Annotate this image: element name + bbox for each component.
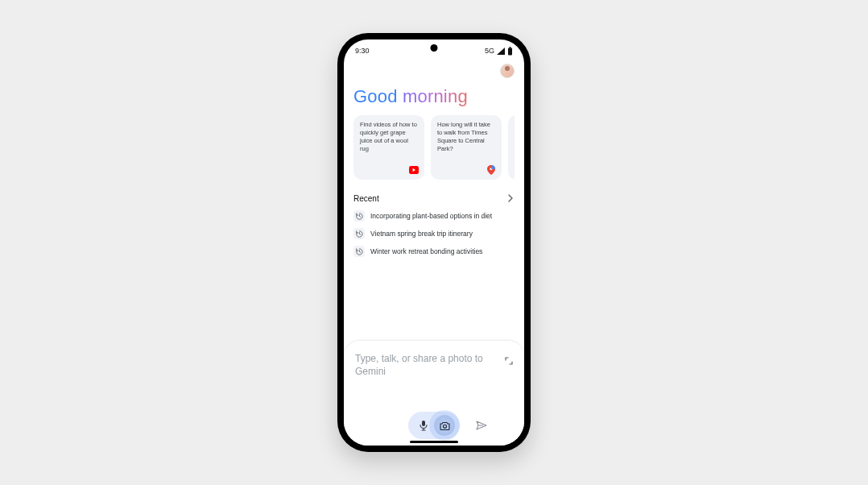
youtube-icon bbox=[409, 165, 419, 175]
status-network: 5G bbox=[485, 47, 494, 55]
chevron-right-icon bbox=[506, 191, 515, 205]
recent-item[interactable]: Vietnam spring break trip itinerary bbox=[353, 228, 515, 239]
recent-item-text: Winter work retreat bonding activities bbox=[370, 247, 482, 255]
send-icon bbox=[476, 421, 487, 430]
suggestion-card[interactable]: Act as advise lookin bbox=[508, 115, 515, 180]
suggestion-cards: Find videos of how to quickly get grape … bbox=[353, 115, 515, 180]
mic-icon bbox=[419, 420, 428, 431]
camera-icon bbox=[440, 421, 450, 430]
recent-list: Incorporating plant-based options in die… bbox=[353, 210, 515, 257]
recent-item[interactable]: Winter work retreat bonding activities bbox=[353, 246, 515, 257]
signal-icon bbox=[497, 48, 505, 55]
svg-point-5 bbox=[443, 425, 446, 428]
suggestion-text: Find videos of how to quickly get grape … bbox=[360, 121, 417, 152]
suggestion-card[interactable]: How long will it take to walk from Times… bbox=[431, 115, 502, 180]
svg-rect-4 bbox=[422, 421, 425, 426]
screen: 9:30 5G Good morning Find videos of how … bbox=[344, 39, 524, 446]
history-icon bbox=[353, 228, 365, 239]
status-right: 5G bbox=[485, 47, 513, 56]
status-time: 9:30 bbox=[355, 47, 370, 55]
history-icon bbox=[353, 210, 365, 222]
mic-camera-cluster bbox=[408, 412, 460, 439]
camera-button[interactable] bbox=[434, 415, 455, 436]
recent-item-text: Incorporating plant-based options in die… bbox=[370, 212, 492, 220]
greeting-word-1: Good bbox=[353, 86, 398, 106]
send-button[interactable] bbox=[471, 415, 492, 436]
recent-heading: Recent bbox=[353, 194, 379, 203]
greeting: Good morning bbox=[353, 85, 515, 115]
composer-actions bbox=[355, 412, 513, 439]
battery-icon bbox=[507, 47, 513, 56]
composer-sheet: Type, talk, or share a photo to Gemini bbox=[344, 340, 524, 446]
mic-button[interactable] bbox=[413, 415, 434, 436]
top-bar bbox=[353, 62, 515, 85]
svg-rect-0 bbox=[508, 48, 512, 55]
svg-rect-1 bbox=[510, 47, 511, 48]
home-indicator[interactable] bbox=[410, 441, 458, 443]
composer-input[interactable]: Type, talk, or share a photo to Gemini bbox=[355, 352, 513, 378]
maps-pin-icon bbox=[486, 165, 496, 175]
front-camera bbox=[431, 44, 438, 52]
expand-icon[interactable] bbox=[505, 354, 513, 368]
recent-item[interactable]: Incorporating plant-based options in die… bbox=[353, 210, 515, 222]
history-icon bbox=[353, 246, 365, 257]
recent-header[interactable]: Recent bbox=[353, 191, 515, 205]
phone-frame: 9:30 5G Good morning Find videos of how … bbox=[337, 33, 531, 452]
suggestion-text: How long will it take to walk from Times… bbox=[437, 121, 490, 152]
avatar[interactable] bbox=[500, 64, 515, 78]
suggestion-card[interactable]: Find videos of how to quickly get grape … bbox=[353, 115, 424, 180]
composer-placeholder: Type, talk, or share a photo to Gemini bbox=[355, 352, 498, 378]
greeting-word-2: morning bbox=[403, 86, 468, 106]
recent-item-text: Vietnam spring break trip itinerary bbox=[370, 230, 473, 238]
